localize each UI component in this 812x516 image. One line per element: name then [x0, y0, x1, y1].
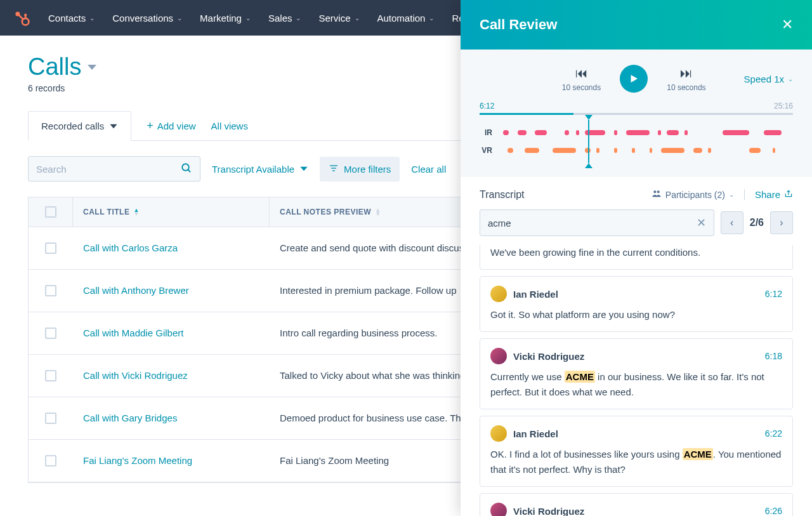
transcript-entry[interactable]: Ian Riedel 6:22 OK. I find a lot of busi… — [480, 416, 793, 487]
track-VR[interactable]: VR — [480, 142, 793, 159]
entry-text: OK. I find a lot of businesses like your… — [490, 447, 782, 477]
hubspot-logo — [13, 9, 30, 27]
add-view-button[interactable]: + Add view — [147, 119, 195, 133]
avatar — [490, 425, 507, 442]
tab-recorded-calls[interactable]: Recorded calls — [28, 111, 131, 141]
speaker-name: Ian Riedel — [513, 428, 558, 439]
transcript-entry[interactable]: Vicki Rodriguez 6:26 I could go on for a… — [480, 493, 793, 516]
call-review-panel: Call Review ✕ ⏮ 10 seconds ⏭ 10 seconds … — [461, 0, 812, 516]
speaker-name: Vicki Rodriguez — [513, 506, 584, 517]
entry-timestamp[interactable]: 6:12 — [765, 289, 782, 299]
rewind-icon: ⏮ — [575, 66, 588, 81]
playhead[interactable] — [588, 120, 589, 163]
chevron-down-icon: ⌄ — [296, 15, 301, 22]
time-total: 25:16 — [774, 102, 793, 110]
match-counter: 2/6 — [750, 217, 764, 228]
nav-marketing[interactable]: Marketing⌄ — [200, 13, 251, 23]
rewind-10-button[interactable]: ⏮ 10 seconds — [562, 66, 601, 92]
panel-header: Call Review ✕ — [461, 0, 812, 50]
avatar — [490, 348, 507, 364]
search-input[interactable]: Search — [28, 156, 200, 182]
transcript-heading: Transcript — [480, 189, 525, 201]
nav-service[interactable]: Service⌄ — [318, 13, 359, 23]
nav-sales[interactable]: Sales⌄ — [268, 13, 301, 23]
svg-point-11 — [653, 190, 656, 193]
participants-dropdown[interactable]: Participants (2) ⌄ — [652, 189, 734, 201]
sort-icon: ▲▼ — [375, 208, 381, 216]
track-IR[interactable]: IR — [480, 124, 793, 142]
call-title-link[interactable]: Fai Liang's Zoom Meeting — [83, 455, 192, 466]
call-title-link[interactable]: Call with Vicki Rodriguez — [83, 370, 188, 381]
play-button[interactable] — [620, 65, 648, 93]
row-checkbox[interactable] — [29, 355, 73, 397]
participants-icon — [652, 189, 662, 201]
column-header-call-title[interactable]: CALL TITLE ▲▼ — [73, 197, 270, 227]
sort-icon: ▲▼ — [133, 208, 139, 216]
next-match-button[interactable]: › — [770, 211, 793, 234]
clear-search-icon[interactable]: ✕ — [697, 216, 706, 230]
chevron-down-icon: ⌄ — [788, 76, 793, 83]
entry-text: Currently we use ACME in our business. W… — [490, 369, 782, 400]
entry-text: Got it. So what platform are you using n… — [490, 307, 782, 322]
speaker-name: Ian Riedel — [513, 289, 558, 300]
row-checkbox[interactable] — [29, 440, 73, 482]
page-title: Calls — [28, 53, 81, 81]
row-checkbox[interactable] — [29, 227, 73, 269]
all-views-link[interactable]: All views — [211, 121, 248, 131]
close-icon[interactable]: ✕ — [782, 17, 793, 33]
row-checkbox[interactable] — [29, 397, 73, 439]
forward-icon: ⏭ — [680, 66, 693, 81]
chevron-down-icon: ⌄ — [246, 15, 251, 22]
chevron-down-icon: ⌄ — [355, 15, 360, 22]
transcript-entries: We've been growing fine in the current c… — [480, 245, 793, 516]
timeline[interactable]: 6:12 25:16 — [480, 102, 793, 115]
svg-line-2 — [19, 15, 23, 20]
transcript-entry[interactable]: We've been growing fine in the current c… — [480, 245, 793, 270]
transcript-available-filter[interactable]: Transcript Available — [212, 164, 308, 175]
svg-marker-10 — [631, 75, 638, 83]
time-current: 6:12 — [480, 102, 494, 110]
transcript-search-input[interactable]: acme ✕ — [480, 209, 714, 236]
entry-timestamp[interactable]: 6:18 — [765, 351, 782, 361]
share-icon — [784, 189, 793, 200]
nav-automation[interactable]: Automation⌄ — [377, 13, 435, 23]
search-icon — [181, 162, 192, 176]
clear-all-button[interactable]: Clear all — [411, 164, 446, 175]
chevron-down-icon: ⌄ — [177, 15, 182, 22]
speaker-name: Vicki Rodriguez — [513, 351, 584, 362]
chevron-down-icon — [110, 124, 117, 128]
speaker-tracks[interactable]: IRVR — [480, 124, 793, 159]
call-title-link[interactable]: Call with Anthony Brewer — [83, 285, 189, 296]
nav-contacts[interactable]: Contacts⌄ — [48, 13, 95, 23]
filters-icon — [329, 163, 339, 175]
call-title-link[interactable]: Call with Carlos Garza — [83, 242, 178, 253]
call-title-link[interactable]: Call with Maddie Gilbert — [83, 327, 183, 338]
audio-player: ⏮ 10 seconds ⏭ 10 seconds Speed 1x ⌄ 6:1… — [461, 50, 812, 177]
plus-icon: + — [147, 119, 154, 133]
play-icon — [628, 73, 639, 84]
svg-point-3 — [24, 13, 27, 16]
transcript-entry[interactable]: Ian Riedel 6:12 Got it. So what platform… — [480, 276, 793, 332]
row-checkbox[interactable] — [29, 312, 73, 354]
share-button[interactable]: Share — [744, 189, 793, 200]
playback-speed[interactable]: Speed 1x ⌄ — [744, 74, 793, 84]
entry-timestamp[interactable]: 6:22 — [765, 428, 782, 439]
select-all-checkbox[interactable] — [29, 197, 73, 227]
chevron-down-icon: ⌄ — [729, 191, 734, 198]
entry-text: We've been growing fine in the current c… — [490, 245, 782, 260]
row-checkbox[interactable] — [29, 270, 73, 312]
entry-timestamp[interactable]: 6:26 — [765, 506, 782, 516]
nav-conversations[interactable]: Conversations⌄ — [112, 13, 182, 23]
call-title-link[interactable]: Call with Gary Bridges — [83, 413, 177, 423]
svg-line-6 — [188, 169, 190, 172]
prev-match-button[interactable]: ‹ — [721, 211, 743, 234]
page-title-dropdown-icon[interactable] — [88, 65, 96, 70]
svg-point-12 — [657, 190, 659, 193]
svg-point-5 — [182, 164, 189, 171]
more-filters-button[interactable]: More filters — [320, 157, 400, 182]
chevron-down-icon — [300, 167, 307, 171]
forward-10-button[interactable]: ⏭ 10 seconds — [667, 66, 705, 92]
transcript-section: Transcript Participants (2) ⌄ Share — [461, 177, 812, 516]
chevron-down-icon: ⌄ — [89, 15, 95, 22]
transcript-entry[interactable]: Vicki Rodriguez 6:18 Currently we use AC… — [480, 338, 793, 409]
